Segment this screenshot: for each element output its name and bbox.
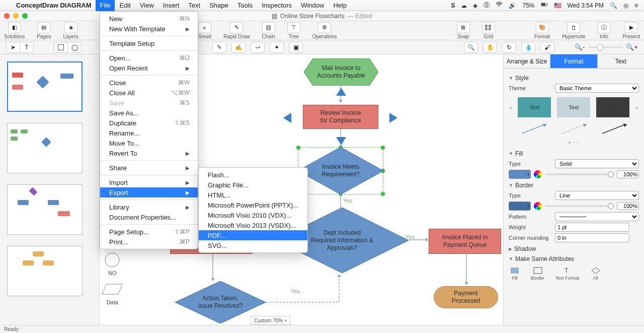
export-menu-item[interactable]: PDF...: [199, 230, 307, 240]
rect-shape[interactable]: [54, 42, 68, 53]
toolgrp-present[interactable]: ▶Present: [623, 22, 640, 39]
corner-input[interactable]: [555, 233, 629, 242]
page-thumb-2[interactable]: [7, 123, 83, 173]
toolgrp-format[interactable]: 🎨Format: [534, 22, 550, 39]
zoom-select[interactable]: Custom 70%: [251, 316, 290, 325]
shape-review-invoice[interactable]: Review Invoicefor Compliance: [303, 105, 378, 129]
page-thumb-3[interactable]: [7, 184, 83, 235]
menu-window[interactable]: Window: [296, 0, 329, 11]
toolgrp-ops[interactable]: ⚙Operations: [312, 22, 337, 39]
page-thumb-4[interactable]: [7, 246, 83, 296]
nav-right-icon[interactable]: [389, 113, 397, 123]
pager-dots[interactable]: ● ○ ○: [509, 140, 639, 147]
file-menu-item[interactable]: Close⌘W: [100, 78, 198, 88]
weight-input[interactable]: [555, 223, 629, 232]
section-fill[interactable]: Fill: [509, 150, 639, 157]
section-border[interactable]: Border: [509, 182, 639, 189]
pen-tool[interactable]: ✎: [212, 42, 226, 53]
toolgrp-solutions[interactable]: ◧Solutions: [4, 22, 25, 39]
stencil-data[interactable]: Data: [100, 280, 124, 305]
section-shadow[interactable]: Shadow: [509, 245, 639, 252]
menu-tools[interactable]: Tools: [233, 0, 257, 11]
prev-theme[interactable]: ‹: [510, 104, 512, 111]
file-menu-item[interactable]: Template Setup: [100, 38, 198, 48]
file-menu-item[interactable]: New With Template▶: [100, 24, 198, 34]
eyedropper-tool[interactable]: 💧: [521, 42, 535, 53]
file-menu-item[interactable]: New⌘N: [100, 14, 198, 24]
tab-format[interactable]: Format: [550, 54, 597, 68]
pointer-tool[interactable]: ➤: [6, 42, 20, 53]
pan-tool[interactable]: ✋: [483, 42, 497, 53]
toolgrp-smart[interactable]: ⎆Smart: [198, 22, 212, 39]
file-menu-item[interactable]: Save⌘S: [100, 98, 198, 108]
file-menu-item[interactable]: Duplicate⇧⌘S: [100, 118, 198, 128]
fill-color[interactable]: [509, 170, 531, 179]
toolgrp-grid[interactable]: Grid: [482, 22, 495, 39]
border-color-wheel-icon[interactable]: [534, 202, 542, 210]
export-submenu[interactable]: Flash...Graphic File...HTML...Microsoft …: [198, 167, 308, 253]
theme-swatch-1[interactable]: Text: [518, 97, 551, 117]
file-menu-item[interactable]: Move To...: [100, 138, 198, 148]
toolgrp-chain[interactable]: ⛓Chain: [262, 22, 275, 39]
menu-view[interactable]: View: [135, 0, 158, 11]
file-menu-item[interactable]: Revert To▶: [100, 148, 198, 158]
shape-payment-processed[interactable]: PaymentProcessed: [434, 286, 498, 308]
export-menu-item[interactable]: Microsoft Visio 2010 (VDX)...: [199, 210, 307, 220]
file-menu-item[interactable]: Print...⌘P: [100, 237, 198, 247]
shape-queue[interactable]: Invoice Placed inPayment Queue: [429, 229, 501, 254]
attr-fill[interactable]: Fill: [510, 267, 520, 281]
bezier-tool[interactable]: ✍: [231, 42, 246, 53]
border-color[interactable]: [509, 202, 531, 211]
file-menu-item[interactable]: Save As...: [100, 108, 198, 118]
zoom-slider[interactable]: 🔍- 🔍+: [575, 43, 638, 51]
tab-text[interactable]: Text: [598, 54, 644, 68]
stencil-no[interactable]: NO: [100, 251, 124, 276]
page-thumb-1[interactable]: [7, 61, 83, 112]
app-name[interactable]: ConceptDraw DIAGRAM: [12, 2, 96, 9]
siri-icon[interactable]: ◎: [623, 2, 628, 9]
nav-up-icon[interactable]: [336, 88, 346, 96]
zoom-out-icon[interactable]: 🔍-: [575, 43, 585, 51]
menu-file[interactable]: File: [96, 0, 115, 11]
attr-border[interactable]: Border: [531, 267, 544, 281]
section-make-same[interactable]: Make Same Attributes: [509, 255, 639, 262]
rotate-tool[interactable]: ↻: [502, 42, 516, 53]
shape-mail-invoice[interactable]: Mail Invoice toAccounts Payable: [304, 58, 378, 86]
border-type-select[interactable]: Line: [555, 191, 639, 200]
file-menu-item[interactable]: Share▶: [100, 163, 198, 173]
toolgrp-hypernote[interactable]: 🗒Hypernote: [562, 22, 585, 39]
shape-invoice-meets[interactable]: Invoice MeetsRequirement?: [298, 147, 383, 194]
file-menu-item[interactable]: Export▶: [100, 187, 198, 197]
image-tool[interactable]: ▣: [289, 42, 303, 53]
export-menu-item[interactable]: Microsoft Visio 2013 (VSDX)...: [199, 220, 307, 230]
ellipse-shape[interactable]: ◯: [67, 42, 82, 53]
maximize-window[interactable]: [22, 13, 28, 19]
traffic-lights[interactable]: [4, 13, 28, 19]
paint-tool[interactable]: 🖌: [540, 42, 554, 53]
file-menu[interactable]: New⌘NNew With Template▶Template SetupOpe…: [100, 11, 198, 249]
file-menu-item[interactable]: Close All⌥⌘W: [100, 88, 198, 98]
export-menu-item[interactable]: HTML...: [199, 190, 307, 200]
color-wheel-icon[interactable]: [534, 170, 542, 178]
nav-down-icon[interactable]: [336, 137, 346, 145]
minimize-window[interactable]: [13, 13, 19, 19]
star-tool[interactable]: ✦: [270, 42, 284, 53]
file-menu-item[interactable]: Rename...: [100, 128, 198, 138]
toolgrp-tree[interactable]: ⊤Tree: [287, 22, 300, 39]
border-opacity-value[interactable]: [617, 202, 639, 210]
next-theme[interactable]: ›: [635, 104, 637, 111]
menu-help[interactable]: Help: [329, 0, 351, 11]
section-style[interactable]: Style: [509, 75, 639, 82]
border-opacity-slider[interactable]: [545, 205, 614, 207]
fill-opacity-slider[interactable]: [545, 173, 614, 175]
toolgrp-info[interactable]: ⓘInfo: [598, 22, 611, 39]
menu-insert[interactable]: Insert: [158, 0, 184, 11]
export-menu-item[interactable]: Microsoft PowerPoint (PPTX)...: [199, 200, 307, 210]
theme-swatch-3[interactable]: Text: [596, 97, 629, 117]
menu-text[interactable]: Text: [184, 0, 205, 11]
nav-left-icon[interactable]: [283, 113, 291, 123]
toolgrp-pages[interactable]: ▤Pages: [37, 22, 51, 39]
export-menu-item[interactable]: Graphic File...: [199, 180, 307, 190]
toolgrp-rapid[interactable]: ✎Rapid Draw: [223, 22, 250, 39]
toolgrp-snap[interactable]: ⊞Snap: [457, 22, 470, 39]
